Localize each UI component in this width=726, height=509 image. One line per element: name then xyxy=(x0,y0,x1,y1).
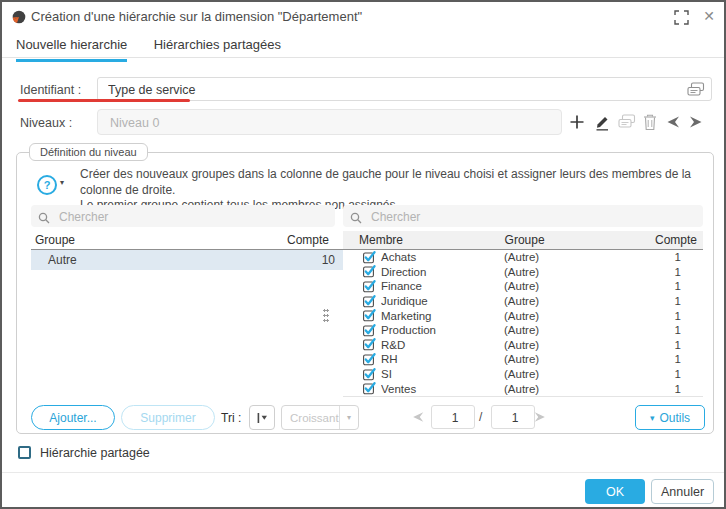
cancel-button[interactable]: Annuler xyxy=(651,479,714,504)
member-row[interactable]: R&D (Autre) 1 xyxy=(343,338,703,353)
checked-checkbox-icon[interactable] xyxy=(363,309,376,322)
copy-level-icon[interactable] xyxy=(618,114,636,132)
sort-order-select[interactable]: Croissant ▾ xyxy=(281,405,359,430)
level-definition-fieldset: Définition du niveau ? ▾ Créer des nouve… xyxy=(16,152,714,434)
column-compte[interactable]: Compte xyxy=(655,233,703,247)
group-search-input[interactable] xyxy=(57,205,331,229)
member-row[interactable]: Achats (Autre) 1 xyxy=(343,250,703,265)
help-line-1: Créer des nouveaux groupes dans la colon… xyxy=(80,167,705,198)
identifiant-label: Identifiant : xyxy=(20,83,81,97)
member-name: Production xyxy=(381,324,504,336)
page-current-input[interactable] xyxy=(432,406,478,430)
niveaux-input-wrap xyxy=(97,109,562,135)
member-name: Marketing xyxy=(381,310,504,322)
move-level-right-icon[interactable] xyxy=(688,114,706,132)
member-row[interactable]: Production (Autre) 1 xyxy=(343,323,703,338)
checked-checkbox-icon[interactable] xyxy=(363,382,376,395)
chevron-down-icon[interactable]: ▾ xyxy=(339,406,358,429)
checked-checkbox-icon[interactable] xyxy=(363,353,376,366)
member-table-header: Membre Groupe Compte xyxy=(343,231,703,250)
member-group: (Autre) xyxy=(504,295,659,307)
column-compte[interactable]: Compte xyxy=(287,233,343,247)
shared-hierarchy-checkbox[interactable] xyxy=(18,446,31,459)
help-icon[interactable]: ? xyxy=(37,175,57,195)
tools-button[interactable]: ▾ Outils xyxy=(635,405,705,430)
move-level-left-icon[interactable] xyxy=(665,114,683,132)
sort-mode-button[interactable] xyxy=(249,405,275,430)
identifiant-input-wrap xyxy=(97,77,712,101)
member-row[interactable]: RH (Autre) 1 xyxy=(343,352,703,367)
checked-checkbox-icon[interactable] xyxy=(363,265,376,278)
page-current-wrap xyxy=(431,405,475,429)
group-count: 10 xyxy=(322,253,343,267)
shared-hierarchy-label: Hiérarchie partagée xyxy=(40,446,150,460)
add-level-icon[interactable] xyxy=(569,114,587,132)
member-count: 1 xyxy=(659,383,703,395)
help-caret-icon[interactable]: ▾ xyxy=(60,178,64,187)
page-total-input[interactable] xyxy=(492,406,538,430)
tab-hierarchies-partagees[interactable]: Hiérarchies partagées xyxy=(154,37,281,59)
ok-button[interactable]: OK xyxy=(585,479,645,504)
fieldset-legend: Définition du niveau xyxy=(29,143,148,161)
checked-checkbox-icon[interactable] xyxy=(363,338,376,351)
identifiant-input[interactable] xyxy=(106,78,680,102)
add-group-button[interactable]: Ajouter... xyxy=(31,405,115,430)
member-row[interactable]: Ventes (Autre) 1 xyxy=(343,381,703,396)
member-count: 1 xyxy=(659,339,703,351)
member-row[interactable]: Juridique (Autre) 1 xyxy=(343,294,703,309)
create-hierarchy-dialog: Création d'une hiérarchie sur la dimensi… xyxy=(0,0,726,509)
search-icon xyxy=(38,210,50,222)
member-count: 1 xyxy=(659,310,703,322)
member-search-wrap xyxy=(343,205,703,227)
member-group: (Autre) xyxy=(504,280,659,292)
member-count: 1 xyxy=(659,324,703,336)
chevron-down-icon: ▾ xyxy=(650,413,655,423)
niveaux-label: Niveaux : xyxy=(20,116,72,130)
member-row[interactable]: Direction (Autre) 1 xyxy=(343,265,703,280)
member-row[interactable]: SI (Autre) 1 xyxy=(343,367,703,382)
delete-group-button[interactable]: Supprimer xyxy=(121,405,215,430)
checked-checkbox-icon[interactable] xyxy=(363,324,376,337)
member-name: SI xyxy=(381,368,504,380)
member-count: 1 xyxy=(659,251,703,263)
column-groupe[interactable]: Groupe xyxy=(31,233,287,247)
page-separator: / xyxy=(479,410,482,424)
tab-nouvelle-hierarchie[interactable]: Nouvelle hierarchie xyxy=(16,37,127,62)
member-group: (Autre) xyxy=(504,339,659,351)
member-count: 1 xyxy=(659,368,703,380)
app-pie-icon xyxy=(12,10,26,24)
checked-checkbox-icon[interactable] xyxy=(363,280,376,293)
member-name: Direction xyxy=(381,266,504,278)
member-group: (Autre) xyxy=(504,310,659,322)
niveaux-input[interactable] xyxy=(108,111,552,135)
member-group: (Autre) xyxy=(504,324,659,336)
edit-pencil-icon[interactable] xyxy=(594,114,612,132)
panel-splitter-handle[interactable] xyxy=(323,308,329,324)
page-total-wrap xyxy=(491,405,535,429)
group-table-body: Autre 10 xyxy=(31,250,343,270)
page-previous-icon[interactable] xyxy=(411,410,425,424)
member-row[interactable]: Finance (Autre) 1 xyxy=(343,279,703,294)
page-next-icon[interactable] xyxy=(533,410,547,424)
member-row[interactable]: Marketing (Autre) 1 xyxy=(343,308,703,323)
search-icon xyxy=(350,210,362,222)
checked-checkbox-icon[interactable] xyxy=(363,368,376,381)
column-groupe[interactable]: Groupe xyxy=(505,233,655,247)
checked-checkbox-icon[interactable] xyxy=(363,295,376,308)
checked-checkbox-icon[interactable] xyxy=(363,251,376,264)
close-icon[interactable]: ✕ xyxy=(699,6,719,26)
member-count: 1 xyxy=(659,266,703,278)
delete-trash-icon[interactable] xyxy=(643,114,661,132)
member-name: Juridique xyxy=(381,295,504,307)
member-group: (Autre) xyxy=(504,266,659,278)
member-count: 1 xyxy=(659,353,703,365)
group-name: Autre xyxy=(31,253,322,267)
member-group: (Autre) xyxy=(504,251,659,263)
expand-icon[interactable] xyxy=(674,10,689,25)
member-search-input[interactable] xyxy=(369,205,699,229)
column-membre[interactable]: Membre xyxy=(343,233,505,247)
rename-tags-icon[interactable] xyxy=(687,82,705,97)
group-search-wrap xyxy=(31,205,335,227)
member-name: RH xyxy=(381,353,504,365)
group-row-selected[interactable]: Autre 10 xyxy=(31,250,343,270)
